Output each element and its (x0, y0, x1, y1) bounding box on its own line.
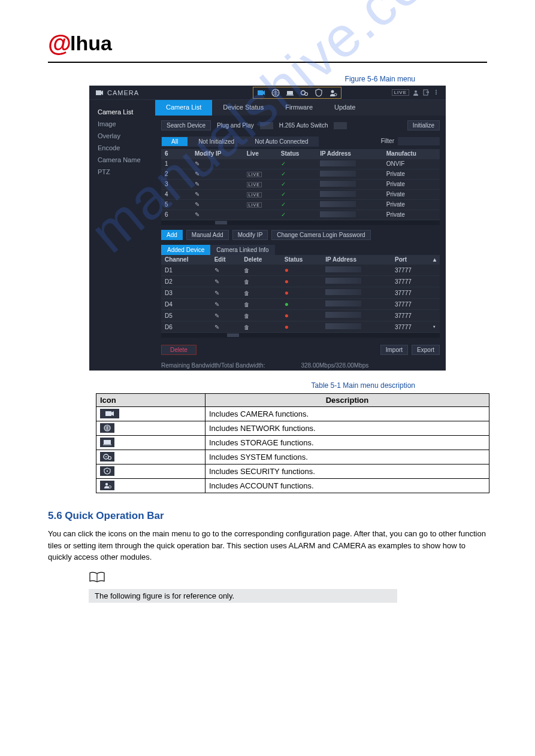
sidebar-item-overlay[interactable]: Overlay (98, 130, 155, 142)
camera-icon[interactable] (257, 89, 265, 97)
book-icon (89, 572, 105, 584)
search-device-button[interactable]: Search Device (161, 120, 211, 130)
ss-title: CAMERA (107, 89, 139, 96)
svg-rect-0 (96, 90, 101, 95)
col-edit: Edit (211, 255, 241, 265)
logo-text: lhua (70, 32, 112, 55)
plug-play-toggle[interactable] (260, 122, 273, 129)
trash-icon[interactable] (244, 312, 249, 319)
desc-cell: Includes NETWORK functions. (205, 421, 489, 436)
add-button[interactable]: Add (161, 230, 183, 240)
svg-point-22 (105, 483, 108, 485)
pencil-icon[interactable] (214, 324, 219, 330)
storage-icon[interactable] (286, 89, 294, 97)
modify-ip-button[interactable]: Modify IP (232, 230, 268, 240)
svg-point-12 (436, 92, 437, 93)
live-tile: LIVE (247, 202, 262, 208)
system-icon[interactable] (300, 89, 309, 97)
table-row[interactable]: 5LIVE✓Private (161, 199, 440, 210)
filter-not-init[interactable]: Not Initialized (188, 136, 244, 147)
delete-button[interactable]: Delete (161, 345, 197, 355)
filter-not-auto[interactable]: Not Auto Connected (244, 136, 319, 147)
tab-update[interactable]: Update (324, 100, 366, 116)
sidebar-item-encode[interactable]: Encode (98, 142, 155, 154)
check-icon: ✓ (281, 171, 286, 177)
sidebar-item-ptz[interactable]: PTZ (98, 166, 155, 178)
table-row[interactable]: D1●37777 (161, 265, 440, 276)
change-password-button[interactable]: Change Camera Login Password (271, 230, 370, 240)
svg-point-23 (109, 486, 111, 488)
initialize-button[interactable]: Initialize (407, 120, 440, 130)
description-table: Icon Description Includes CAMERA functio… (96, 393, 489, 493)
account-icon (100, 481, 114, 490)
manual-add-button[interactable]: Manual Add (186, 230, 229, 240)
pencil-icon[interactable] (214, 290, 219, 296)
security-icon[interactable] (315, 89, 323, 97)
pencil-icon[interactable] (214, 301, 219, 308)
svg-point-20 (105, 456, 107, 457)
table-row[interactable]: 3LIVE✓Private (161, 179, 440, 189)
svg-point-11 (436, 90, 437, 91)
table-row[interactable]: 4LIVE✓Private (161, 189, 440, 199)
table-row[interactable]: D2●37777 (161, 276, 440, 287)
pencil-icon[interactable] (195, 191, 200, 198)
pencil-icon[interactable] (195, 160, 200, 167)
pencil-icon[interactable] (195, 171, 200, 177)
trash-icon[interactable] (244, 278, 249, 285)
exit-icon[interactable] (423, 89, 430, 96)
tab-linked-info[interactable]: Camera Linked Info (210, 245, 274, 255)
trash-icon[interactable] (244, 301, 249, 308)
svg-rect-1 (258, 90, 263, 95)
bottom-tabs: Added Device Camera Linked Info (161, 245, 440, 255)
sidebar-item-camera-name[interactable]: Camera Name (98, 154, 155, 166)
live-tile: LIVE (247, 172, 262, 177)
col-port: Port (391, 255, 430, 265)
pencil-icon[interactable] (195, 181, 200, 187)
tab-device-status[interactable]: Device Status (212, 100, 274, 116)
ip-blurred (325, 266, 361, 272)
filter-input[interactable] (398, 137, 440, 145)
settings-dots-icon[interactable] (433, 89, 440, 96)
table-row[interactable]: 1✓ONVIF (161, 159, 440, 169)
col-count: 6 (161, 149, 179, 159)
filter-all[interactable]: All (161, 136, 188, 147)
trash-icon[interactable] (244, 324, 249, 330)
ip-blurred (325, 278, 361, 284)
sidebar-item-image[interactable]: Image (98, 118, 155, 130)
svg-rect-14 (105, 411, 111, 416)
trash-icon[interactable] (244, 267, 249, 274)
pencil-icon[interactable] (214, 312, 219, 319)
sidebar-item-camera-list[interactable]: Camera List (98, 106, 155, 118)
bandwidth-label: Remaining Bandwidth/Total Bandwidth: (161, 362, 265, 369)
pencil-icon[interactable] (214, 267, 219, 274)
table-row[interactable]: D3●37777 (161, 287, 440, 299)
header-rule (48, 62, 487, 63)
table-row[interactable]: D5●37777 (161, 310, 440, 321)
pencil-icon[interactable] (195, 201, 200, 208)
import-button[interactable]: Import (380, 345, 408, 355)
table-row[interactable]: D6●37777▾ (161, 321, 440, 333)
controls-row: Search Device Plug and Play H.265 Auto S… (155, 116, 446, 135)
account-icon[interactable] (329, 89, 337, 97)
network-icon[interactable] (271, 89, 280, 97)
svg-rect-16 (104, 440, 111, 444)
scrollbar-horizontal[interactable] (161, 220, 440, 225)
export-button[interactable]: Export (412, 345, 440, 355)
status-dot-red: ● (285, 311, 289, 320)
tab-added-device[interactable]: Added Device (161, 245, 210, 255)
section-body: You can click the icons on the main menu… (48, 528, 487, 563)
trash-icon[interactable] (244, 290, 249, 296)
pencil-icon[interactable] (214, 278, 219, 285)
table-row[interactable]: 2LIVE✓Private (161, 169, 440, 179)
table-row[interactable]: D4●37777 (161, 299, 440, 310)
main-tabs: Camera List Device Status Firmware Updat… (155, 100, 446, 116)
tab-firmware[interactable]: Firmware (274, 100, 324, 116)
pencil-icon[interactable] (195, 211, 200, 218)
tab-camera-list[interactable]: Camera List (155, 100, 212, 116)
scrollbar-horizontal[interactable] (161, 333, 440, 338)
auto-switch-toggle[interactable] (334, 122, 347, 129)
status-dot-green: ● (285, 300, 289, 308)
svg-rect-3 (287, 91, 293, 95)
table-row[interactable]: 6✓Private (161, 210, 440, 220)
user-icon[interactable] (413, 89, 419, 96)
